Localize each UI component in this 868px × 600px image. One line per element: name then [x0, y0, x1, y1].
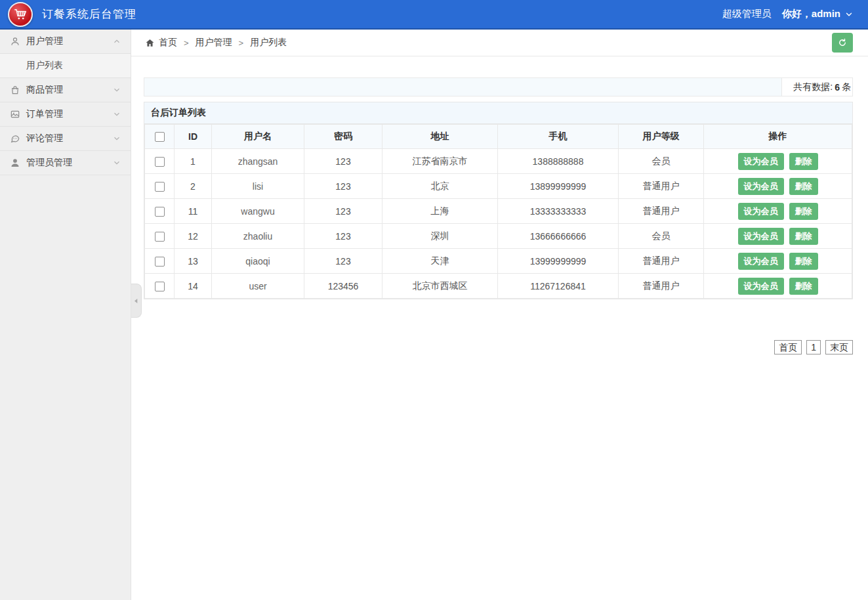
- row-address: 江苏省南京市: [382, 149, 498, 174]
- row-level: 普通用户: [619, 274, 704, 299]
- set-member-button[interactable]: 设为会员: [738, 278, 784, 295]
- sidebar-item-label: 用户管理: [26, 35, 63, 47]
- set-member-button[interactable]: 设为会员: [738, 178, 784, 195]
- delete-button[interactable]: 删除: [789, 178, 818, 195]
- row-id: 14: [175, 274, 212, 299]
- sidebar-item-users[interactable]: 用户管理: [0, 30, 131, 54]
- breadcrumb-home[interactable]: 首页: [159, 37, 177, 49]
- chevron-down-icon: [112, 85, 121, 95]
- sidebar-item-comments[interactable]: 评论管理: [0, 127, 131, 151]
- sidebar-item-products[interactable]: 商品管理: [0, 78, 131, 102]
- row-password: 123: [304, 174, 382, 199]
- row-level: 普通用户: [619, 199, 704, 224]
- row-phone: 11267126841: [498, 274, 619, 299]
- delete-button[interactable]: 删除: [789, 203, 818, 220]
- pagination-page-1[interactable]: 1: [806, 340, 821, 354]
- refresh-button[interactable]: [832, 33, 853, 53]
- set-member-button[interactable]: 设为会员: [738, 253, 784, 270]
- row-checkbox[interactable]: [155, 207, 165, 217]
- comment-icon: [10, 133, 20, 144]
- record-count-value: 6: [835, 82, 840, 93]
- set-member-button[interactable]: 设为会员: [738, 153, 784, 170]
- delete-button[interactable]: 删除: [789, 153, 818, 170]
- row-address: 北京市西城区: [382, 274, 498, 299]
- top-header: 订餐系统后台管理 超级管理员 你好，admin: [0, 0, 868, 30]
- row-checkbox[interactable]: [155, 182, 165, 192]
- row-password: 123: [304, 149, 382, 174]
- sidebar-subitem-user-list[interactable]: 用户列表: [0, 54, 131, 78]
- row-phone: 13666666666: [498, 224, 619, 249]
- app-title: 订餐系统后台管理: [42, 7, 136, 22]
- breadcrumb: 首页 > 用户管理 > 用户列表: [145, 37, 287, 49]
- column-header-id: ID: [175, 125, 212, 149]
- row-actions-cell: 设为会员删除: [704, 224, 852, 249]
- column-header-phone: 手机: [498, 125, 619, 149]
- row-checkbox[interactable]: [155, 282, 165, 291]
- chevron-down-icon: [112, 158, 121, 167]
- sidebar-item-label: 管理员管理: [26, 157, 72, 169]
- user-table-panel: 台后订单列表 ID: [144, 102, 853, 299]
- table-row: 12zhaoliu123深圳13666666666会员设为会员删除: [145, 224, 852, 249]
- row-checkbox-cell: [145, 224, 175, 249]
- row-checkbox-cell: [145, 174, 175, 199]
- row-actions-cell: 设为会员删除: [704, 149, 852, 174]
- row-checkbox[interactable]: [155, 157, 165, 167]
- delete-button[interactable]: 删除: [789, 228, 818, 245]
- row-id: 2: [175, 174, 212, 199]
- admin-user-icon: [10, 158, 20, 168]
- select-all-checkbox[interactable]: [155, 132, 165, 142]
- row-id: 13: [175, 249, 212, 274]
- pagination-first[interactable]: 首页: [774, 340, 802, 354]
- delete-button[interactable]: 删除: [789, 253, 818, 270]
- table-row: 13qiaoqi123天津13999999999普通用户设为会员删除: [145, 249, 852, 274]
- row-level: 普通用户: [619, 174, 704, 199]
- chevron-up-icon: [112, 37, 121, 46]
- set-member-button[interactable]: 设为会员: [738, 228, 784, 245]
- column-header-actions: 操作: [704, 125, 852, 149]
- column-header-username: 用户名: [212, 125, 304, 149]
- delete-button[interactable]: 删除: [789, 278, 818, 295]
- breadcrumb-user-management[interactable]: 用户管理: [196, 37, 232, 49]
- column-header-password: 密码: [304, 125, 382, 149]
- row-checkbox-cell: [145, 274, 175, 299]
- record-count-unit: 条: [842, 81, 851, 93]
- sidebar: 用户管理用户列表商品管理订单管理评论管理管理员管理: [0, 30, 131, 600]
- sidebar-menu: 用户管理用户列表商品管理订单管理评论管理管理员管理: [0, 30, 131, 175]
- row-phone: 13899999999: [498, 174, 619, 199]
- row-password: 123: [304, 224, 382, 249]
- row-username: zhaoliu: [212, 224, 304, 249]
- sidebar-item-admins[interactable]: 管理员管理: [0, 151, 131, 175]
- breadcrumb-separator: >: [239, 38, 244, 48]
- row-actions-cell: 设为会员删除: [704, 274, 852, 299]
- chevron-down-icon: [112, 134, 121, 143]
- breadcrumb-user-list[interactable]: 用户列表: [250, 37, 287, 49]
- user-table: ID 用户名 密码 地址 手机 用户等级 操作 1zhangsan123江苏省南…: [144, 124, 852, 299]
- user-icon: [10, 36, 20, 47]
- sidebar-item-orders[interactable]: 订单管理: [0, 102, 131, 127]
- column-header-address: 地址: [382, 125, 498, 149]
- sidebar-item-label: 商品管理: [26, 84, 63, 96]
- pagination: 首页 1 末页: [144, 340, 853, 374]
- set-member-button[interactable]: 设为会员: [738, 203, 784, 220]
- select-all-cell: [145, 125, 175, 149]
- caret-left-icon: [133, 297, 140, 305]
- row-checkbox-cell: [145, 149, 175, 174]
- row-id: 1: [175, 149, 212, 174]
- chevron-down-icon: [112, 110, 121, 119]
- row-checkbox[interactable]: [155, 232, 165, 242]
- user-role: 超级管理员: [722, 8, 772, 20]
- breadcrumb-bar: 首页 > 用户管理 > 用户列表: [131, 30, 868, 56]
- table-row: 1zhangsan123江苏省南京市1388888888会员设为会员删除: [145, 149, 852, 174]
- row-address: 上海: [382, 199, 498, 224]
- sidebar-collapse-handle[interactable]: [131, 284, 142, 318]
- row-checkbox[interactable]: [155, 257, 165, 267]
- row-address: 北京: [382, 174, 498, 199]
- sidebar-subitem-label: 用户列表: [26, 60, 63, 72]
- row-username: lisi: [212, 174, 304, 199]
- pagination-last[interactable]: 末页: [825, 340, 853, 354]
- row-username: qiaoqi: [212, 249, 304, 274]
- sidebar-item-label: 订单管理: [26, 108, 63, 120]
- user-menu[interactable]: 超级管理员 你好，admin: [722, 8, 854, 20]
- row-address: 天津: [382, 249, 498, 274]
- table-header-row: ID 用户名 密码 地址 手机 用户等级 操作: [145, 125, 852, 149]
